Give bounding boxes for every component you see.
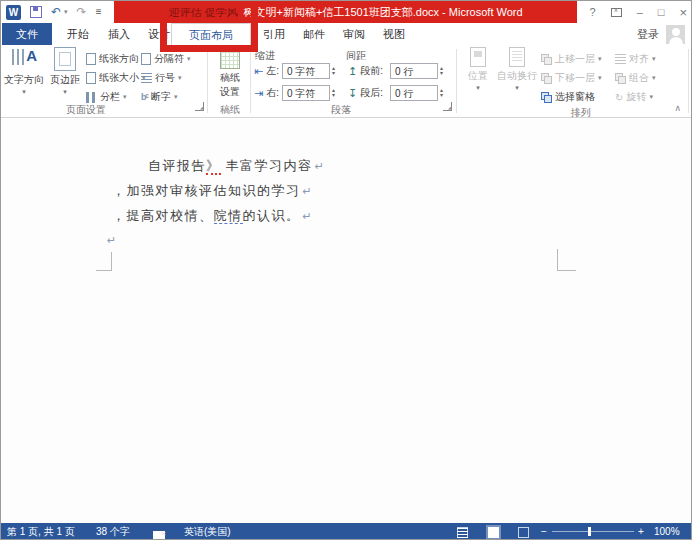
tab-review[interactable]: 审阅 [335,23,373,45]
word-logo-icon: W [6,5,21,20]
tab-file[interactable]: 文件 [2,23,52,45]
document-canvas[interactable]: 自评报告》 丰富学习内容↵ ，加强对审核评估知识的学习↵ ，提高对校情、院情的认… [1,119,692,523]
chevron-down-icon: ▾ [652,55,656,63]
chevron-down-icon: ▾ [652,74,656,82]
proofing-status-icon[interactable] [153,528,165,540]
save-icon[interactable] [30,6,42,18]
web-layout-view-icon[interactable] [518,526,529,540]
paragraph-dialog-launcher-icon[interactable] [443,102,452,111]
page-indicator[interactable]: 第 1 页, 共 1 页 [7,523,75,540]
spacing-after-spinner[interactable]: ▴▾ [440,88,443,98]
bring-forward-icon [541,54,552,65]
close-icon[interactable]: × [679,5,687,20]
position-button[interactable]: 位置 ▾ [461,47,495,92]
collapse-ribbon-icon[interactable]: ∧ [674,103,681,113]
indent-left-spinner[interactable]: ▴▾ [332,66,335,76]
page-setup-group-label: 页面设置 [41,103,131,117]
tab-home[interactable]: 开始 [59,23,97,45]
orientation-button[interactable]: 纸张方向 ▾ [86,52,146,66]
spacing-before-icon: ↥ [348,66,357,77]
indent-right-value[interactable]: 0 字符 [282,85,330,101]
breaks-button[interactable]: 分隔符 ▾ [141,52,191,66]
ribbon: A 文字方向 ▾ 页边距 ▾ 纸张方向 ▾ 纸张大小 ▾ 分栏 ▾ 分隔符 ▾ [1,45,692,118]
tab-view[interactable]: 视图 [375,23,413,45]
breaks-label: 分隔符 [154,52,184,66]
sign-in-link[interactable]: 登录 [637,23,659,45]
margins-button[interactable]: 页边距 ▾ [47,47,83,96]
paper-size-button[interactable]: 纸张大小 ▾ [86,71,146,85]
indent-right-field[interactable]: 0 字符 ▴▾ [282,85,335,101]
quick-access-toolbar: W ↶ ▾ ↷ ≡ [6,3,101,21]
tab-mailings[interactable]: 邮件 [295,23,333,45]
read-mode-view-icon[interactable] [457,526,468,540]
text-direction-button[interactable]: A 文字方向 ▾ [3,47,45,96]
title-bar: W ↶ ▾ ↷ ≡ 迎评估 促学风 树文明+新闻稿+信工1501班团支部.doc… [1,1,692,23]
send-backward-button[interactable]: 下移一层 ▾ [541,71,602,85]
indent-left-row: ⇤ 左: [254,64,279,78]
position-icon [470,47,486,67]
line-numbers-button[interactable]: 行号 ▾ [141,71,182,85]
indent-right-icon: ⇥ [254,88,263,99]
chevron-down-icon: ▾ [22,88,26,96]
user-avatar-icon[interactable] [666,25,685,44]
redo-icon[interactable]: ↷ [77,6,87,18]
rotate-icon: ↻ [615,92,623,103]
spacing-after-value[interactable]: 0 行 [390,85,438,101]
word-count[interactable]: 38 个字 [96,523,130,540]
tab-insert[interactable]: 插入 [100,23,138,45]
help-icon[interactable]: ? [590,6,596,18]
spacing-before-spinner[interactable]: ▴▾ [440,66,443,76]
orientation-label: 纸张方向 [99,52,139,66]
language-indicator[interactable]: 英语(美国) [184,523,231,540]
tab-references[interactable]: 引用 [255,23,293,45]
zoom-slider-thumb[interactable] [588,527,591,536]
columns-label: 分栏 [100,90,120,104]
maximize-icon[interactable]: □ [658,6,665,18]
selection-pane-icon [541,92,552,103]
spacing-before-value[interactable]: 0 行 [390,63,438,79]
margin-corner-mark [557,249,576,271]
chevron-down-icon: ▾ [63,88,67,96]
zoom-out-button[interactable]: − [541,523,547,540]
hyphenation-icon: bᶜ [141,92,148,102]
undo-dropdown-icon[interactable]: ▾ [64,8,68,16]
rotate-button[interactable]: ↻ 旋转 ▾ [615,90,653,104]
wrap-text-label: 自动换行 [497,69,537,83]
hyphenation-button[interactable]: bᶜ 断字 ▾ [141,90,177,104]
selection-pane-button[interactable]: 选择窗格 [541,90,595,104]
doc-line-2: ，加强对审核评估知识的学习↵ [112,182,312,200]
chevron-down-icon: ▾ [515,84,519,92]
spacing-before-field[interactable]: 0 行 ▴▾ [390,63,443,79]
group-button[interactable]: 组合 ▾ [615,71,656,85]
doc-line-1: 自评报告》 丰富学习内容↵ [148,157,324,175]
doc-text-hyperlink-check: 院情 [214,208,243,224]
zoom-level[interactable]: 100% [654,523,680,540]
indent-left-icon: ⇤ [254,66,263,77]
columns-button[interactable]: 分栏 ▾ [86,90,127,104]
align-button[interactable]: 对齐 ▾ [615,52,656,66]
grid-paper-setup-button[interactable]: 稿纸 设置 [212,47,248,99]
spacing-after-icon: ↧ [348,88,357,99]
indent-left-field[interactable]: 0 字符 ▴▾ [282,63,335,79]
zoom-in-button[interactable]: + [638,523,644,540]
page-setup-dialog-launcher-icon[interactable] [195,102,204,111]
chevron-down-icon: ▾ [598,74,602,82]
text-direction-icon: A [11,47,37,71]
align-icon [615,54,626,65]
paper-size-icon [86,72,96,84]
orientation-icon [86,53,96,65]
indent-left-value[interactable]: 0 字符 [282,63,330,79]
print-layout-view-icon[interactable] [488,526,499,540]
minimize-icon[interactable]: – [637,6,643,18]
selection-pane-label: 选择窗格 [555,90,595,104]
ribbon-display-options-icon[interactable] [611,8,622,17]
pilcrow-mark: ↵ [315,160,324,172]
indent-right-label: 右: [266,86,279,100]
wrap-text-button[interactable]: 自动换行 ▾ [495,47,539,92]
customize-qat-icon[interactable]: ≡ [96,7,102,17]
spacing-after-field[interactable]: 0 行 ▴▾ [390,85,443,101]
zoom-slider-track[interactable] [552,531,634,532]
undo-icon[interactable]: ↶ [51,6,61,18]
bring-forward-button[interactable]: 上移一层 ▾ [541,52,602,66]
indent-right-spinner[interactable]: ▴▾ [332,88,335,98]
